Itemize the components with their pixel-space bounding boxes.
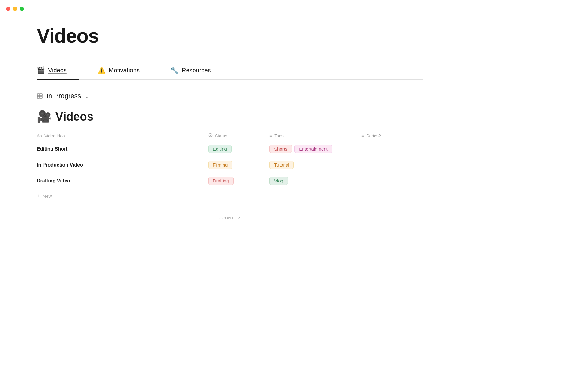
table-row[interactable]: Editing Short Editing Shorts Entertainme…: [37, 141, 423, 157]
svg-point-5: [210, 135, 211, 136]
videos-tab-emoji: 🎬: [37, 66, 45, 74]
resources-tab-label: Resources: [182, 67, 211, 74]
nav-tabs: 🎬 Videos ⚠️ Motivations 🔧 Resources: [37, 62, 423, 80]
status-badge: Filming: [208, 161, 232, 169]
row-name: In Production Video: [37, 159, 208, 171]
tags-col-icon: ≡: [270, 133, 272, 138]
row-series: [361, 162, 423, 168]
close-button[interactable]: [6, 7, 10, 11]
col-header-series: ≡ Series?: [361, 133, 423, 138]
row-tags: Tutorial: [270, 158, 361, 172]
svg-rect-2: [37, 96, 40, 98]
col-header-status: Status: [208, 133, 270, 138]
count-value: 3: [238, 216, 241, 220]
count-label: COUNT: [218, 216, 234, 220]
resources-tab-emoji: 🔧: [170, 67, 179, 75]
svg-rect-1: [40, 94, 42, 96]
page-title: Videos: [37, 25, 423, 47]
row-status: Filming: [208, 158, 270, 172]
section-header[interactable]: In Progress ⌄: [37, 80, 423, 110]
col-header-video-idea: Aa Video Idea: [37, 133, 208, 138]
row-tags: Shorts Entertainment: [270, 142, 361, 156]
chevron-down-icon: ⌄: [85, 93, 89, 99]
tab-resources[interactable]: 🔧 Resources: [170, 62, 223, 79]
grid-icon: [37, 93, 43, 99]
tag-badge: Entertainment: [294, 145, 332, 153]
tag-badge: Shorts: [270, 145, 292, 153]
traffic-lights: [0, 0, 30, 18]
series-col-icon: ≡: [361, 133, 364, 138]
maximize-button[interactable]: [20, 7, 24, 11]
tab-motivations[interactable]: ⚠️ Motivations: [97, 62, 152, 79]
status-col-icon: [208, 133, 213, 138]
text-type-icon: Aa: [37, 133, 42, 138]
row-name: Drafting Video: [37, 174, 208, 187]
row-status: Editing: [208, 142, 270, 156]
row-name: Editing Short: [37, 143, 208, 155]
motivations-tab-label: Motivations: [109, 67, 140, 74]
col-label-series: Series?: [366, 133, 381, 138]
count-footer: COUNT 3: [37, 216, 423, 220]
tab-videos[interactable]: 🎬 Videos: [37, 62, 79, 80]
col-label-tags: Tags: [274, 133, 284, 138]
minimize-button[interactable]: [13, 7, 17, 11]
table-header: Aa Video Idea Status ≡ Tags ≡ Series?: [37, 131, 423, 141]
videos-section-heading: Videos: [55, 110, 93, 123]
tag-badge: Tutorial: [270, 161, 294, 169]
row-status: Drafting: [208, 174, 270, 188]
col-header-tags: ≡ Tags: [270, 133, 361, 138]
status-badge: Drafting: [208, 177, 234, 185]
new-row-button[interactable]: + New: [37, 189, 423, 203]
plus-icon: +: [37, 193, 40, 199]
table-row[interactable]: Drafting Video Drafting Vlog: [37, 173, 423, 189]
tag-badge: Vlog: [270, 177, 288, 185]
status-badge: Editing: [208, 145, 232, 153]
section-title: In Progress: [47, 92, 81, 100]
svg-rect-0: [37, 94, 40, 96]
col-label-video-idea: Video Idea: [44, 133, 65, 138]
row-tags: Vlog: [270, 174, 361, 188]
col-label-status: Status: [215, 133, 227, 138]
table-row[interactable]: In Production Video Filming Tutorial: [37, 157, 423, 173]
videos-section-title: 🎥 Videos: [37, 110, 423, 123]
videos-table: Aa Video Idea Status ≡ Tags ≡ Series?: [37, 131, 423, 203]
videos-section-emoji: 🎥: [37, 110, 51, 123]
videos-tab-label: Videos: [48, 67, 67, 74]
svg-rect-3: [40, 96, 42, 98]
new-row-label: New: [43, 194, 52, 199]
row-series: [361, 146, 423, 152]
motivations-tab-emoji: ⚠️: [97, 67, 106, 75]
row-series: [361, 178, 423, 184]
